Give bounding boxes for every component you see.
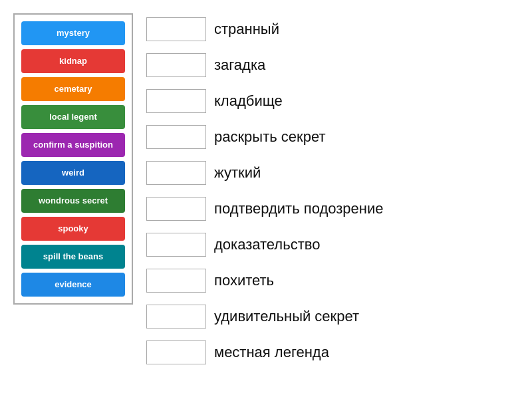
match-label-1: загадка xyxy=(214,57,265,74)
word-button-3[interactable]: local legent xyxy=(21,105,125,129)
match-row-4: жуткий xyxy=(146,157,519,189)
match-row-3: раскрыть секрет xyxy=(146,121,519,153)
match-input-9[interactable] xyxy=(146,340,206,364)
match-row-8: удивительный секрет xyxy=(146,301,519,332)
match-label-3: раскрыть секрет xyxy=(214,128,325,146)
word-button-4[interactable]: confirm a suspition xyxy=(21,133,125,157)
match-row-1: загадка xyxy=(146,49,519,81)
word-button-6[interactable]: wondrous secret xyxy=(21,189,125,213)
match-input-8[interactable] xyxy=(146,305,206,329)
word-button-2[interactable]: cemetary xyxy=(21,77,125,101)
match-row-6: доказательство xyxy=(146,229,519,261)
match-row-0: странный xyxy=(146,13,519,45)
word-button-9[interactable]: evidence xyxy=(21,273,125,297)
word-button-8[interactable]: spill the beans xyxy=(21,245,125,269)
match-label-5: подтвердить подозрение xyxy=(214,200,383,217)
match-input-3[interactable] xyxy=(146,125,206,149)
word-list: mysterykidnapcemetarylocal legentconfirm… xyxy=(13,13,133,305)
word-button-7[interactable]: spooky xyxy=(21,217,125,241)
match-input-0[interactable] xyxy=(146,17,206,41)
word-button-0[interactable]: mystery xyxy=(21,21,125,45)
match-row-7: похитеть xyxy=(146,265,519,297)
match-row-9: местная легенда xyxy=(146,336,519,368)
word-button-1[interactable]: kidnap xyxy=(21,49,125,73)
match-label-9: местная легенда xyxy=(214,344,329,361)
match-input-6[interactable] xyxy=(146,233,206,257)
match-input-7[interactable] xyxy=(146,269,206,293)
match-list: странныйзагадкакладбищераскрыть секретжу… xyxy=(146,13,519,386)
match-input-4[interactable] xyxy=(146,161,206,185)
word-button-5[interactable]: weird xyxy=(21,161,125,185)
match-label-6: доказательство xyxy=(214,236,320,253)
main-container: mysterykidnapcemetarylocal legentconfirm… xyxy=(0,0,532,399)
match-input-5[interactable] xyxy=(146,197,206,221)
match-label-8: удивительный секрет xyxy=(214,308,359,325)
match-label-2: кладбище xyxy=(214,92,283,110)
match-input-2[interactable] xyxy=(146,89,206,113)
match-input-1[interactable] xyxy=(146,53,206,77)
match-row-5: подтвердить подозрение xyxy=(146,193,519,225)
match-label-4: жуткий xyxy=(214,164,261,182)
match-row-2: кладбище xyxy=(146,85,519,117)
match-label-0: странный xyxy=(214,21,279,38)
match-label-7: похитеть xyxy=(214,272,274,289)
